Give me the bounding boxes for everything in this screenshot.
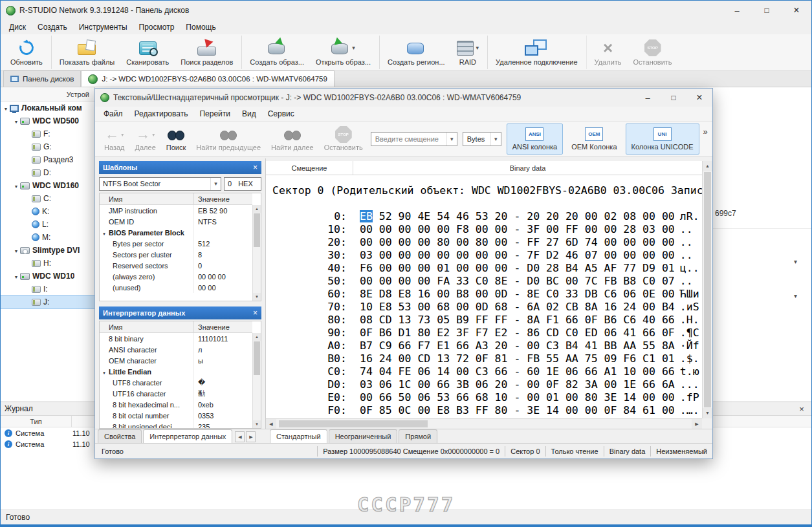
interpreter-close-button[interactable]: [253, 308, 258, 317]
unit-select[interactable]: Bytes: [463, 132, 501, 146]
chevron-down-icon[interactable]: [210, 178, 221, 190]
col-value[interactable]: Значение: [194, 321, 252, 332]
scrollbar[interactable]: [252, 333, 261, 428]
tab-scroll-right-button[interactable]: [246, 431, 256, 442]
interpreter-field-row[interactable]: 8 bit hexadecimal n... 0xeb: [100, 399, 252, 410]
col-value[interactable]: Значение: [194, 193, 252, 204]
toolbar-button[interactable]: RAID: [451, 36, 485, 69]
interpreter-field-row[interactable]: 8 bit octal number 0353: [100, 410, 252, 421]
toolbar-button[interactable]: Поиск разделов: [175, 36, 239, 69]
main-close-button[interactable]: [782, 1, 811, 20]
panel-tab[interactable]: Свойства: [98, 429, 142, 443]
menu-item[interactable]: Перейти: [193, 109, 236, 118]
tree-item[interactable]: K:: [1, 205, 94, 218]
offset-input[interactable]: Введите смещение: [371, 132, 457, 146]
hex-content[interactable]: Сектор 0 (Родительский объект: WDC WD100…: [266, 175, 702, 418]
tree-item[interactable]: J:: [1, 296, 94, 308]
combo-caret-icon[interactable]: ▾: [794, 292, 797, 299]
scrollbar[interactable]: [252, 205, 261, 301]
tree-item[interactable]: WDC WD500: [1, 114, 94, 127]
tree-item[interactable]: Локальный ком: [1, 102, 94, 114]
template-field-row[interactable]: Reserved sectors 0: [100, 260, 252, 271]
toolbar-button[interactable]: Удалить: [586, 36, 628, 69]
tree-item[interactable]: Slimtype DVI: [1, 244, 94, 257]
hex-row[interactable]: D0:03 06 1C 00 66 3B 06 2000 0F 82 3A 00…: [266, 378, 702, 391]
tree-item[interactable]: WDC WD160: [1, 179, 94, 192]
template-field-row[interactable]: BIOS Parameter Block: [100, 227, 252, 238]
hex-row[interactable]: 10:00 00 00 00 00 F8 00 003F 00 FF 00 00…: [266, 223, 702, 236]
interpreter-field-row[interactable]: UTF8 character �: [100, 377, 252, 388]
viewer-toolbar-button[interactable]: Поиск: [161, 123, 191, 155]
toolbar-button[interactable]: Сканировать: [120, 36, 175, 69]
tree-item[interactable]: M:: [1, 231, 94, 244]
tree-item[interactable]: WDC WD10: [1, 270, 94, 283]
viewer-close-button[interactable]: [686, 89, 712, 107]
hex-row[interactable]: 90:0F B6 D1 80 E2 3F F7 E286 CD C0 ED 06…: [266, 327, 702, 339]
binary-data-column-header[interactable]: Binary data: [353, 161, 702, 175]
hex-row[interactable]: 0:EB52 90 4E 54 46 53 2020 20 20 00 02 0…: [266, 210, 702, 223]
expander-icon[interactable]: [12, 272, 20, 281]
hex-row[interactable]: E0:00 66 50 06 53 66 68 1000 01 00 80 3E…: [266, 391, 702, 404]
tab-scroll-left-button[interactable]: [235, 431, 245, 442]
toolbar-button[interactable]: Создать образ...: [241, 36, 310, 69]
menu-item[interactable]: Просмотр: [133, 23, 181, 32]
panel-tab[interactable]: Панель дисков: [3, 70, 81, 87]
combo-caret-icon[interactable]: ▾: [794, 258, 797, 265]
interpreter-field-row[interactable]: 8 bit unsigned deci... 235: [100, 421, 252, 429]
interpreter-field-row[interactable]: ANSI character л: [100, 344, 252, 355]
tree-item[interactable]: D:: [1, 166, 94, 179]
column-toggle-button[interactable]: UNI Колонка UNICODE: [626, 124, 699, 155]
viewer-toolbar-button[interactable]: Остановить: [319, 123, 368, 155]
selected-byte[interactable]: EB: [360, 210, 373, 222]
hex-row[interactable]: 20:00 00 00 00 80 00 80 00FF 27 6D 74 00…: [266, 236, 702, 249]
expander-icon[interactable]: [2, 103, 10, 113]
menu-item[interactable]: Диск: [3, 23, 32, 32]
toolbar-overflow-button[interactable]: »: [703, 127, 708, 136]
horizontal-scrollbar[interactable]: [266, 418, 702, 429]
template-field-row[interactable]: (unused) 00 00: [100, 282, 252, 293]
menu-item[interactable]: Файл: [98, 109, 129, 118]
viewer-toolbar-button[interactable]: Далее: [130, 123, 161, 155]
offset-column-header[interactable]: Смещение: [266, 161, 353, 175]
expander-icon[interactable]: [12, 246, 20, 255]
toolbar-button[interactable]: Показать файлы: [51, 36, 120, 69]
hex-row[interactable]: 50:00 00 00 00 FA 33 C0 8ED0 BC 00 7C FB…: [266, 275, 702, 288]
viewer-toolbar-button[interactable]: Назад: [99, 123, 130, 155]
hex-row[interactable]: 40:F6 00 00 00 01 00 00 00D0 28 B4 A5 AF…: [266, 262, 702, 275]
main-minimize-button[interactable]: [722, 1, 752, 20]
viewer-maximize-button[interactable]: [661, 89, 686, 107]
panel-tab[interactable]: J: -> WDC WD1002FBYS-02A6B0 03.00C06 : W…: [81, 70, 334, 87]
panel-tab[interactable]: Интерпретатор данных: [143, 429, 232, 443]
template-field-row[interactable]: Sectors per cluster 8: [100, 249, 252, 260]
template-field-row[interactable]: Bytes per sector 512: [100, 238, 252, 249]
template-field-row[interactable]: JMP instruction EB 52 90: [100, 205, 252, 216]
column-toggle-button[interactable]: OEM OEM Колонка: [565, 124, 622, 155]
scrollbar-thumb[interactable]: [254, 341, 260, 375]
tree-item[interactable]: G:: [1, 140, 94, 153]
view-mode-tab[interactable]: Неограниченный: [329, 429, 398, 443]
menu-item[interactable]: Инструменты: [73, 23, 133, 32]
toolbar-button[interactable]: Создать регион...: [379, 36, 451, 69]
tree-item[interactable]: C:: [1, 192, 94, 205]
main-maximize-button[interactable]: [752, 1, 782, 20]
template-field-row[interactable]: OEM ID NTFS: [100, 216, 252, 227]
col-name[interactable]: Имя: [100, 193, 194, 204]
interpreter-field-row[interactable]: Little Endian: [100, 366, 252, 377]
chevron-down-icon[interactable]: [490, 133, 501, 145]
viewer-minimize-button[interactable]: [635, 89, 661, 107]
hex-row[interactable]: 80:08 CD 13 73 05 B9 FF FF8A F1 66 0F B6…: [266, 314, 702, 327]
hex-row[interactable]: A0:B7 C9 66 F7 E1 66 A3 2000 C3 B4 41 BB…: [266, 339, 702, 352]
tree-item[interactable]: F:: [1, 127, 94, 140]
scrollbar-thumb[interactable]: [254, 213, 260, 247]
template-offset-field[interactable]: 0 HEX: [224, 177, 261, 191]
template-select[interactable]: NTFS Boot Sector: [99, 177, 221, 191]
view-mode-tab[interactable]: Стандартный: [270, 429, 327, 443]
hex-row[interactable]: 60:8E D8 E8 16 00 B8 00 0D8E C0 33 DB C6…: [266, 288, 702, 301]
toolbar-button[interactable]: Открыть образ...: [310, 36, 377, 69]
interpreter-field-row[interactable]: UTF16 character 勫: [100, 388, 252, 399]
menu-item[interactable]: Сервис: [262, 109, 300, 118]
column-toggle-button[interactable]: ANSI ANSI колонка: [507, 124, 563, 155]
tree-item[interactable]: I:: [1, 283, 94, 296]
viewer-toolbar-button[interactable]: Найти далее: [266, 123, 319, 155]
vertical-scrollbar[interactable]: [702, 161, 712, 418]
